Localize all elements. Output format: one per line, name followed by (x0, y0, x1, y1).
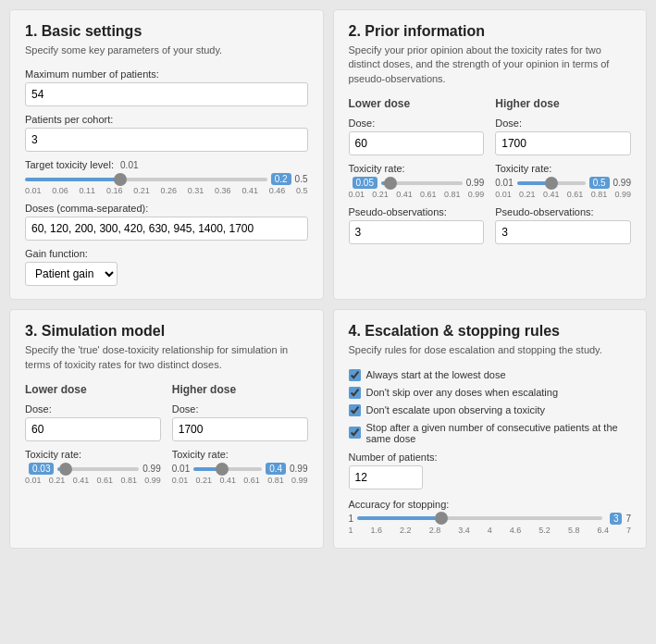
panel2-subtitle: Specify your prior opinion about the tox… (349, 43, 632, 86)
prior-lower-tox-display: 0.05 (353, 177, 378, 189)
check3-label: Don't escalate upon observing a toxicity (366, 404, 546, 415)
check4-row[interactable]: Stop after a given number of consecutive… (349, 422, 632, 444)
sim-higher-dose-label: Dose: (172, 403, 308, 415)
panel1-title: 1. Basic settings (25, 23, 308, 40)
prior-higher-tox-label: Toxicity rate: (495, 163, 631, 174)
target-toxicity-slider[interactable] (25, 178, 267, 181)
panel1-subtitle: Specify some key parameters of your stud… (25, 43, 308, 57)
prior-lower-tox-row: 0.05 0.99 (349, 177, 485, 189)
accuracy-label: Accuracy for stopping: (349, 499, 632, 510)
prior-lower-tox-label: Toxicity rate: (349, 163, 485, 174)
prior-higher-col: Higher dose Dose: Toxicity rate: 0.01 0.… (495, 97, 631, 244)
prior-lower-tox-slider[interactable] (381, 181, 463, 185)
patients-cohort-label: Patients per cohort: (25, 114, 308, 125)
sim-higher-tox-max: 0.99 (290, 464, 307, 474)
panel-simulation: 3. Simulation model Specify the 'true' d… (9, 309, 324, 548)
prior-higher-tox-ticks: 0.010.210.410.610.810.99 (495, 190, 631, 199)
gain-select[interactable]: Patient gain Dose gain None (25, 262, 118, 286)
prior-lower-tox-ticks: 0.010.210.410.610.810.99 (349, 190, 485, 199)
sim-lower-tox-slider[interactable] (57, 467, 139, 471)
target-toxicity-slider-row: 0.2 0.5 (25, 173, 308, 185)
target-toxicity-label: Target toxicity level: 0.01 (25, 159, 308, 170)
sim-higher-tox-ticks: 0.010.210.410.610.810.99 (172, 476, 308, 485)
prior-higher-tox-row: 0.01 0.5 0.99 (495, 177, 631, 189)
accuracy-display: 3 (610, 513, 623, 525)
sim-lower-label: Lower dose (25, 383, 161, 396)
prior-lower-dose-label: Dose: (349, 118, 485, 129)
check1-input[interactable] (349, 369, 361, 381)
sim-lower-col: Lower dose Dose: Toxicity rate: 0.03 0.9… (25, 383, 161, 485)
check1-label: Always start at the lowest dose (366, 369, 506, 380)
prior-lower-dose-input[interactable] (349, 131, 485, 155)
doses-label: Doses (comma-separated): (25, 203, 308, 214)
panel-prior-info: 2. Prior information Specify your prior … (333, 9, 648, 300)
sim-higher-col: Higher dose Dose: Toxicity rate: 0.01 0.… (172, 383, 308, 485)
panel4-title: 4. Escalation & stopping rules (349, 323, 632, 340)
patients-cohort-input[interactable] (25, 128, 308, 152)
target-toxicity-ticks: 0.010.060.110.160.210.260.310.360.410.46… (25, 186, 308, 195)
prior-higher-pseudo-label: Pseudo-observations: (495, 206, 631, 217)
sim-lower-tox-label: Toxicity rate: (25, 449, 161, 460)
prior-higher-dose-label: Dose: (495, 118, 631, 129)
prior-higher-tox-display: 0.5 (589, 177, 610, 189)
accuracy-slider[interactable] (357, 516, 602, 520)
sim-higher-tox-row: 0.01 0.4 0.99 (172, 463, 308, 475)
max-patients-label: Maximum number of patients: (25, 68, 308, 80)
prior-two-col: Lower dose Dose: Toxicity rate: 0.05 0.9… (349, 97, 632, 244)
panel-escalation: 4. Escalation & stopping rules Specify r… (333, 309, 648, 548)
sim-higher-tox-slider[interactable] (193, 467, 262, 471)
panel2-title: 2. Prior information (349, 23, 632, 40)
prior-higher-tox-min: 0.01 (495, 178, 513, 188)
num-patients-label: Number of patients: (349, 452, 632, 463)
sim-two-col: Lower dose Dose: Toxicity rate: 0.03 0.9… (25, 383, 308, 485)
accuracy-ticks: 11.62.22.83.444.65.25.86.47 (349, 526, 632, 535)
check3-input[interactable] (349, 404, 361, 416)
panel3-subtitle: Specify the 'true' dose-toxicity relatio… (25, 343, 308, 372)
accuracy-min: 1 (349, 514, 354, 524)
check3-row[interactable]: Don't escalate upon observing a toxicity (349, 404, 632, 416)
prior-higher-tox-slider[interactable] (517, 181, 586, 185)
prior-lower-pseudo-label: Pseudo-observations: (349, 206, 485, 217)
prior-lower-label: Lower dose (349, 97, 485, 110)
target-toxicity-value: 0.2 (271, 173, 291, 185)
check2-input[interactable] (349, 387, 361, 399)
max-patients-input[interactable] (25, 82, 308, 106)
num-patients-input[interactable] (349, 465, 423, 489)
accuracy-max: 7 (625, 514, 631, 524)
sim-lower-tox-ticks: 0.010.210.410.610.810.99 (25, 476, 161, 485)
sim-higher-tox-display: 0.4 (266, 463, 286, 475)
sim-lower-tox-row: 0.03 0.99 (25, 463, 161, 475)
check4-label: Stop after a given number of consecutive… (366, 422, 632, 444)
doses-input[interactable] (25, 217, 308, 241)
sim-higher-label: Higher dose (172, 383, 308, 396)
check4-input[interactable] (349, 427, 361, 439)
target-toxicity-maxval: 0.5 (295, 174, 308, 184)
sim-higher-tox-min: 0.01 (172, 464, 190, 474)
check2-label: Don't skip over any doses when escalatin… (366, 387, 559, 398)
prior-higher-label: Higher dose (495, 97, 631, 110)
prior-higher-tox-max: 0.99 (613, 178, 631, 188)
prior-lower-pseudo-input[interactable] (349, 220, 485, 244)
sim-lower-dose-input[interactable] (25, 417, 161, 441)
sim-higher-dose-input[interactable] (172, 417, 308, 441)
sim-lower-tox-max: 0.99 (142, 464, 160, 474)
sim-lower-tox-display: 0.03 (29, 463, 54, 475)
prior-lower-tox-max: 0.99 (466, 178, 484, 188)
prior-higher-pseudo-input[interactable] (495, 220, 631, 244)
panel3-title: 3. Simulation model (25, 323, 308, 340)
sim-higher-tox-label: Toxicity rate: (172, 449, 308, 460)
panel-basic-settings: 1. Basic settings Specify some key param… (9, 9, 324, 300)
panel4-subtitle: Specify rules for dose escalation and st… (349, 343, 632, 357)
prior-higher-dose-input[interactable] (495, 131, 631, 155)
target-toxicity-minval: 0.01 (120, 160, 138, 170)
prior-lower-col: Lower dose Dose: Toxicity rate: 0.05 0.9… (349, 97, 485, 244)
gain-label: Gain function: (25, 248, 308, 259)
check1-row[interactable]: Always start at the lowest dose (349, 369, 632, 381)
sim-lower-dose-label: Dose: (25, 403, 161, 415)
check2-row[interactable]: Don't skip over any doses when escalatin… (349, 387, 632, 399)
checkboxes-container: Always start at the lowest dose Don't sk… (349, 369, 632, 444)
accuracy-slider-row: 1 3 7 (349, 513, 632, 525)
